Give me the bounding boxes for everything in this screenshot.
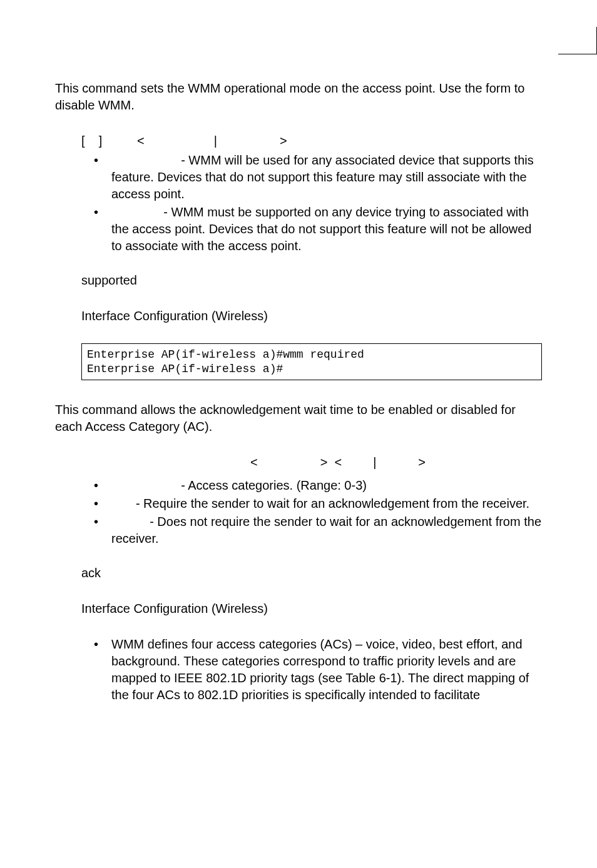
bullet-body: - WMM will be used for any associated de… xyxy=(111,153,534,201)
syntax-lt: < xyxy=(335,455,342,469)
syntax-gt: > xyxy=(418,455,426,469)
bullet-dot: • xyxy=(94,495,111,512)
syntax-pipe: | xyxy=(373,455,376,469)
page-content: This command sets the WMM operational mo… xyxy=(0,0,597,759)
bullet-dot: • xyxy=(94,204,111,255)
bullet-body: - Does not require the sender to wait fo… xyxy=(111,515,541,545)
bullet-text: - WMM must be supported on any device tr… xyxy=(111,204,542,255)
example-code-1: Enterprise AP(if-wireless a)#wmm require… xyxy=(81,343,542,380)
list-item: • - Require the sender to wait for an ac… xyxy=(94,495,542,512)
default-value-2: ack xyxy=(81,565,542,582)
syntax-bracket-close: ] xyxy=(99,134,103,148)
syntax-bracket-open: [ xyxy=(81,134,85,148)
command-mode-1: Interface Configuration (Wireless) xyxy=(81,308,542,325)
usage-bullets: • WMM defines four access categories (AC… xyxy=(94,636,542,704)
ac-bullets: • - Access categories. (Range: 0-3) • - … xyxy=(94,477,542,547)
list-item: • WMM defines four access categories (AC… xyxy=(94,636,542,704)
bullet-dot: • xyxy=(94,513,111,547)
default-value-1: supported xyxy=(81,272,542,289)
syntax-lt: < xyxy=(250,455,258,469)
bullet-dot: • xyxy=(94,477,111,494)
list-item: • - Does not require the sender to wait … xyxy=(94,513,542,547)
crop-mark xyxy=(558,54,597,54)
bullet-body: - Access categories. (Range: 0-3) xyxy=(181,478,367,492)
bullet-dot: • xyxy=(94,636,111,704)
command-mode-2: Interface Configuration (Wireless) xyxy=(81,600,542,617)
bullet-body: - WMM must be supported on any device tr… xyxy=(111,205,532,253)
bullet-dot: • xyxy=(94,152,111,203)
wmm-bullets: • - WMM will be used for any associated … xyxy=(94,152,542,255)
bullet-text: - WMM will be used for any associated de… xyxy=(111,152,542,203)
list-item: • - WMM will be used for any associated … xyxy=(94,152,542,203)
list-item: • - Access categories. (Range: 0-3) xyxy=(94,477,542,494)
list-item: • - WMM must be supported on any device … xyxy=(94,204,542,255)
syntax-gt: > xyxy=(320,455,328,469)
syntax-line-1: [ ] < | > xyxy=(81,133,542,149)
syntax-pipe: | xyxy=(214,134,217,148)
bullet-text: - Access categories. (Range: 0-3) xyxy=(111,477,542,494)
bullet-text: - Require the sender to wait for an ackn… xyxy=(111,495,542,512)
bullet-text: - Does not require the sender to wait fo… xyxy=(111,513,542,547)
synt雾-line-2: < > < | > xyxy=(81,454,542,471)
bullet-body: WMM defines four access categories (ACs)… xyxy=(111,636,542,704)
syntax-gt: > xyxy=(280,134,287,148)
bullet-body: - Require the sender to wait for an ackn… xyxy=(136,497,529,510)
syntax-lt: < xyxy=(137,134,145,148)
intro-paragraph-1: This command sets the WMM operational mo… xyxy=(55,80,542,114)
intro-paragraph-2: This command allows the acknowledgement … xyxy=(55,401,542,435)
